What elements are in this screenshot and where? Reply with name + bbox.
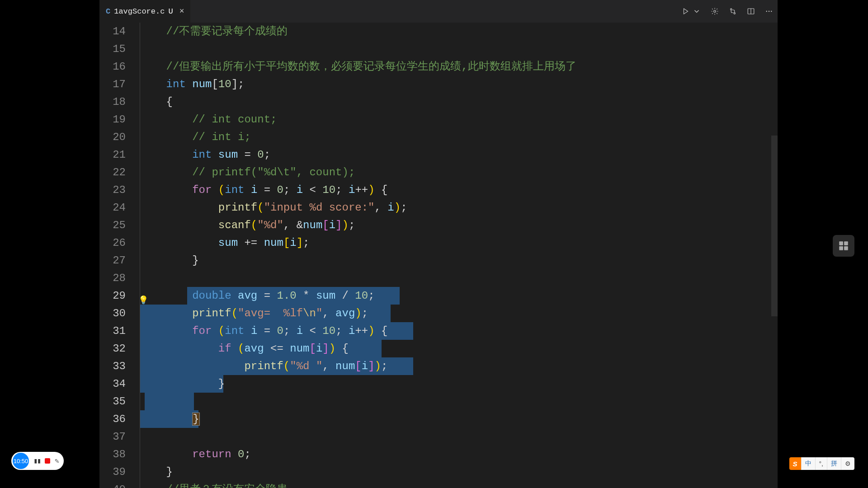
svg-point-0 xyxy=(714,10,716,13)
code-line[interactable]: double avg = 1.0 * sum / 10; xyxy=(137,287,770,305)
code-line[interactable]: printf("avg= %lf\n", avg); xyxy=(137,305,770,322)
svg-point-6 xyxy=(769,11,769,12)
code-line[interactable] xyxy=(137,428,770,446)
run-icon[interactable] xyxy=(682,7,690,15)
code-line[interactable]: sum += num[i]; xyxy=(137,234,770,252)
line-number: 34 xyxy=(99,375,126,393)
line-number: 40 xyxy=(99,481,126,488)
line-number: 23 xyxy=(99,181,126,199)
line-number: 37 xyxy=(99,428,126,446)
gear-icon[interactable] xyxy=(711,7,719,15)
svg-rect-8 xyxy=(839,241,843,245)
extensions-float-button[interactable] xyxy=(833,235,854,257)
code-line[interactable]: //但要输出所有小于平均数的数，必须要记录每位学生的成绩,此时数组就排上用场了 xyxy=(137,58,770,75)
recorder-time-badge: 10:50 xyxy=(13,453,29,469)
split-editor-icon[interactable] xyxy=(747,7,755,15)
code-line[interactable]: printf("%d ", num[i]); xyxy=(137,357,770,375)
code-editor[interactable]: 1415161718192021222324252627282930313233… xyxy=(99,23,778,488)
pause-icon[interactable]: ▮▮ xyxy=(33,456,40,465)
ime-toolbar[interactable]: S 中 °, 拼 ⚙ xyxy=(789,457,855,470)
line-number: 27 xyxy=(99,252,126,269)
line-number: 26 xyxy=(99,234,126,252)
code-line[interactable]: for (int i = 0; i < 10; i++) { xyxy=(137,322,770,340)
line-number: 25 xyxy=(99,216,126,234)
code-line[interactable]: //思考？有没有安全隐患 xyxy=(137,481,770,488)
ime-language-toggle[interactable]: 中 xyxy=(801,457,815,470)
ime-punct-toggle[interactable]: °, xyxy=(815,457,827,470)
tab-active[interactable]: C 1avgScore.c U × xyxy=(99,0,190,23)
editor-actions xyxy=(682,0,773,23)
code-line[interactable]: int sum = 0; xyxy=(137,146,770,164)
line-number: 38 xyxy=(99,446,126,463)
code-content[interactable]: //不需要记录每个成绩的 //但要输出所有小于平均数的数，必须要记录每位学生的成… xyxy=(137,23,770,488)
line-number: 33 xyxy=(99,357,126,375)
line-number: 16 xyxy=(99,58,126,75)
more-icon[interactable] xyxy=(765,7,773,15)
line-number: 21 xyxy=(99,146,126,164)
line-number: 15 xyxy=(99,40,126,58)
code-line[interactable]: } xyxy=(137,463,770,481)
line-number: 18 xyxy=(99,93,126,111)
line-number-gutter: 1415161718192021222324252627282930313233… xyxy=(99,23,137,488)
editor-container: C 1avgScore.c U × xyxy=(99,0,778,488)
code-line[interactable]: //不需要记录每个成绩的 xyxy=(137,23,770,40)
tab-filename: 1avgScore.c xyxy=(114,7,165,16)
svg-point-2 xyxy=(734,13,735,14)
line-number: 20 xyxy=(99,128,126,146)
line-number: 14 xyxy=(99,23,126,40)
ime-logo-icon: S xyxy=(789,457,801,470)
line-number: 36 xyxy=(99,410,126,428)
line-number: 28 xyxy=(99,269,126,287)
code-line[interactable]: int num[10]; xyxy=(137,75,770,93)
line-number: 32 xyxy=(99,340,126,357)
code-line[interactable]: if (avg <= num[i]) { xyxy=(137,340,770,357)
code-line[interactable]: // int i; xyxy=(137,128,770,146)
svg-point-7 xyxy=(771,11,772,12)
line-number: 22 xyxy=(99,164,126,181)
code-line[interactable] xyxy=(137,393,770,410)
code-line[interactable] xyxy=(137,40,770,58)
run-dropdown-icon[interactable] xyxy=(693,7,701,15)
vertical-scrollbar[interactable] xyxy=(771,136,778,316)
line-number: 24 xyxy=(99,199,126,216)
c-lang-icon: C xyxy=(106,7,110,16)
code-line[interactable]: for (int i = 0; i < 10; i++) { xyxy=(137,181,770,199)
line-number: 19 xyxy=(99,111,126,128)
code-line[interactable]: } xyxy=(137,252,770,269)
annotate-icon[interactable]: ✎ xyxy=(55,456,59,465)
code-line[interactable]: return 0; xyxy=(137,446,770,463)
code-line[interactable]: } xyxy=(137,375,770,393)
code-line[interactable]: // int count; xyxy=(137,111,770,128)
svg-rect-9 xyxy=(844,241,848,245)
code-line[interactable]: scanf("%d", &num[i]); xyxy=(137,216,770,234)
code-line[interactable]: printf("input %d score:", i); xyxy=(137,199,770,216)
line-number: 39 xyxy=(99,463,126,481)
close-icon[interactable]: × xyxy=(179,7,184,16)
code-line[interactable] xyxy=(137,269,770,287)
tab-bar: C 1avgScore.c U × xyxy=(99,0,778,23)
code-line[interactable]: // printf("%d\t", count); xyxy=(137,164,770,181)
svg-rect-10 xyxy=(839,246,843,250)
line-number: 31 xyxy=(99,322,126,340)
tab-modified-badge: U xyxy=(168,7,173,16)
line-number: 17 xyxy=(99,75,126,93)
record-icon[interactable] xyxy=(45,458,50,464)
line-number: 30 xyxy=(99,305,126,322)
svg-point-5 xyxy=(766,11,767,12)
line-number: 29 xyxy=(99,287,126,305)
code-line[interactable]: { xyxy=(137,93,770,111)
diff-icon[interactable] xyxy=(729,7,737,15)
svg-point-1 xyxy=(731,9,732,10)
code-line[interactable]: } xyxy=(137,410,770,428)
line-number: 35 xyxy=(99,393,126,410)
ime-mode-toggle[interactable]: 拼 xyxy=(827,457,841,470)
screen-recorder-widget[interactable]: 10:50 ▮▮ ✎ xyxy=(11,452,64,470)
ime-settings-icon[interactable]: ⚙ xyxy=(841,457,854,470)
svg-rect-11 xyxy=(844,246,848,250)
